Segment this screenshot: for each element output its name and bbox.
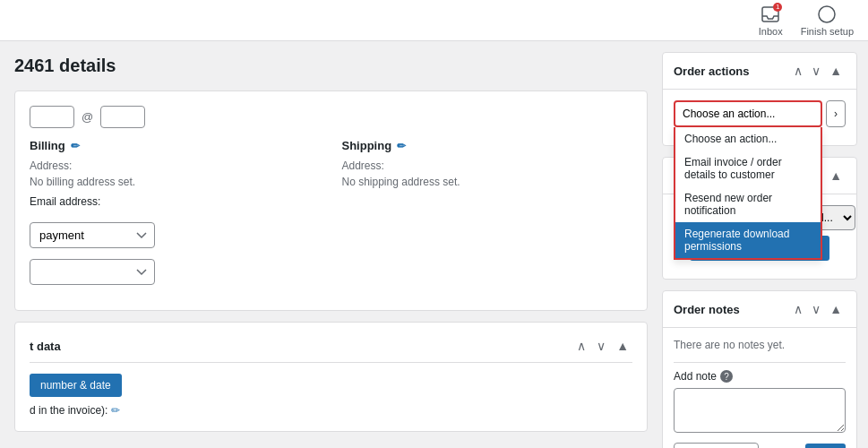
order-actions-up-btn[interactable]: ∧	[790, 62, 806, 80]
at-symbol: @	[82, 110, 93, 124]
finish-setup-button[interactable]: Finish setup	[801, 4, 854, 37]
extra-select-row	[30, 259, 632, 285]
data-section-up-btn[interactable]: ∧	[573, 337, 589, 355]
note-footer: Private note Add	[674, 443, 846, 448]
shipping-section: Shipping ✏ Address: No shipping address …	[342, 139, 633, 208]
invoice-edit-icon[interactable]: ✏	[111, 404, 120, 417]
data-section-down-btn[interactable]: ∨	[593, 337, 609, 355]
add-note-label: Add note ?	[674, 370, 846, 383]
order-notes-close-btn[interactable]: ▲	[826, 300, 846, 318]
billing-shipping-row: Billing ✏ Address: No billing address se…	[30, 139, 632, 208]
order-actions-header: Order actions ∧ ∨ ▲	[663, 53, 856, 90]
shipping-edit-icon[interactable]: ✏	[397, 140, 406, 152]
inbox-button[interactable]: 1 Inbox	[759, 4, 783, 37]
action-dropdown-menu: Choose an action... Email invoice / orde…	[674, 127, 822, 260]
add-note-btn[interactable]: Add	[805, 444, 846, 448]
order-notes-body: There are no notes yet. Add note ? Priva…	[663, 328, 856, 448]
invoice-number-btn[interactable]: number & date	[30, 374, 122, 397]
billing-edit-icon[interactable]: ✏	[71, 140, 80, 152]
top-bar: 1 Inbox Finish setup	[0, 0, 868, 41]
data-section-controls: ∧ ∨ ▲	[573, 337, 632, 355]
data-section-card: t data ∧ ∨ ▲ number & date d in the invo…	[14, 322, 648, 432]
svg-point-1	[819, 6, 835, 22]
order-notes-up-btn[interactable]: ∧	[790, 300, 806, 318]
finish-setup-label: Finish setup	[801, 26, 854, 37]
finish-setup-icon	[817, 4, 837, 24]
shipping-label: Shipping ✏	[342, 139, 633, 152]
order-actions-title: Order actions	[674, 65, 750, 78]
order-notes-controls: ∧ ∨ ▲	[790, 300, 846, 318]
order-actions-controls: ∧ ∨ ▲	[790, 62, 846, 80]
shipping-address-value: No shipping address set.	[342, 176, 633, 188]
order-notes-down-btn[interactable]: ∨	[808, 300, 824, 318]
time-row: 07 @ 42	[30, 106, 632, 128]
inbox-badge: 1	[773, 3, 782, 12]
inbox-icon-wrap: 1	[761, 4, 780, 24]
order-notes-widget: Order notes ∧ ∨ ▲ There are no notes yet…	[662, 290, 857, 448]
invoice-field-label: d in the invoice): ✏	[30, 404, 632, 417]
hour-input[interactable]: 07	[30, 106, 74, 128]
order-notes-title: Order notes	[674, 303, 740, 316]
billing-label: Billing ✏	[30, 139, 321, 152]
dropdown-item-resend-notification[interactable]: Resend new order notification	[675, 186, 821, 222]
shipping-address-label: Address:	[342, 159, 633, 172]
data-section-title: t data	[30, 340, 61, 353]
order-actions-down-btn[interactable]: ∨	[808, 62, 824, 80]
action-go-btn[interactable]: ›	[826, 100, 846, 127]
invoice-row: number & date	[30, 374, 632, 397]
dropdown-item-email-invoice[interactable]: Email invoice / order details to custome…	[675, 151, 821, 186]
billing-section: Billing ✏ Address: No billing address se…	[30, 139, 321, 208]
right-panel: Order actions ∧ ∨ ▲ Choose an action...	[662, 41, 868, 448]
no-notes-text: There are no notes yet.	[674, 339, 846, 351]
inbox-label: Inbox	[759, 26, 783, 37]
extra-select[interactable]	[30, 259, 155, 285]
action-select-wrapper: Choose an action... Choose an action... …	[674, 100, 822, 127]
action-select[interactable]: Choose an action...	[674, 100, 822, 127]
payment-row: payment	[30, 222, 632, 248]
minute-input[interactable]: 42	[100, 106, 145, 128]
order-actions-close-btn[interactable]: ▲	[826, 62, 846, 80]
main-layout: 2461 details 07 @ 42 Billing ✏ Address:	[0, 41, 868, 448]
send-email-close-btn[interactable]: ▲	[826, 167, 846, 185]
order-actions-body: Choose an action... Choose an action... …	[663, 90, 856, 145]
action-select-row: Choose an action... Choose an action... …	[674, 100, 846, 127]
add-note-info-icon[interactable]: ?	[720, 370, 733, 383]
dropdown-item-default[interactable]: Choose an action...	[675, 127, 821, 151]
billing-address-value: No billing address set.	[30, 176, 321, 188]
payment-select[interactable]: payment	[30, 222, 155, 248]
order-card: 07 @ 42 Billing ✏ Address: No billing ad…	[14, 90, 648, 311]
page-title: 2461 details	[14, 56, 648, 76]
notes-divider	[674, 362, 846, 363]
left-panel: 2461 details 07 @ 42 Billing ✏ Address:	[0, 41, 662, 448]
order-notes-header: Order notes ∧ ∨ ▲	[663, 291, 856, 328]
note-type-select[interactable]: Private note	[674, 443, 759, 448]
data-section-close-btn[interactable]: ▲	[613, 337, 632, 355]
data-section-header: t data ∧ ∨ ▲	[30, 337, 632, 363]
billing-email-label: Email address:	[30, 195, 321, 208]
note-textarea[interactable]	[674, 388, 846, 433]
order-actions-widget: Order actions ∧ ∨ ▲ Choose an action...	[662, 52, 857, 146]
dropdown-item-regenerate[interactable]: Regenerate download permissions	[675, 222, 821, 258]
billing-address-label: Address:	[30, 159, 321, 172]
